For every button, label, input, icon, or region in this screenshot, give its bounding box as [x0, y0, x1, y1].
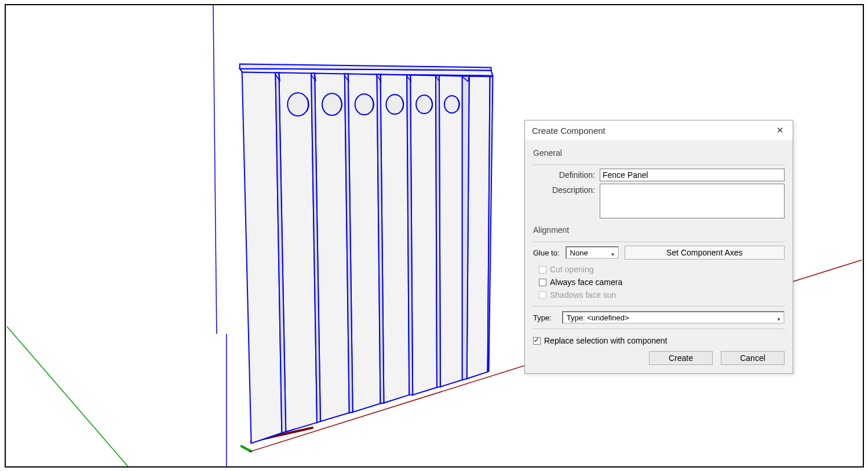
section-general-label: General	[533, 146, 785, 161]
always-face-camera-checkbox[interactable]	[539, 279, 546, 286]
type-dropdown[interactable]: Type: <undefined>	[562, 311, 785, 324]
section-alignment-label: Alignment	[533, 223, 785, 238]
svg-point-33	[355, 94, 374, 115]
cancel-button[interactable]: Cancel	[721, 351, 785, 365]
svg-line-2	[7, 326, 128, 466]
shadows-face-sun-checkbox	[539, 291, 546, 299]
replace-selection-checkbox[interactable]	[533, 337, 541, 345]
create-component-dialog: Create Component ✕ General Definition: D…	[524, 120, 793, 374]
description-input[interactable]	[600, 184, 785, 218]
svg-point-32	[322, 93, 342, 115]
svg-marker-28	[436, 75, 440, 387]
svg-marker-7	[240, 64, 491, 70]
glue-to-dropdown[interactable]: None	[566, 246, 619, 259]
definition-label: Definition:	[533, 169, 600, 180]
svg-line-0	[213, 5, 217, 334]
dialog-title-text: Create Component	[532, 126, 606, 136]
svg-point-36	[444, 96, 459, 113]
svg-line-3	[242, 446, 251, 451]
create-button[interactable]: Create	[649, 351, 713, 365]
svg-marker-8	[242, 72, 282, 443]
svg-point-31	[287, 93, 308, 116]
type-label: Type:	[533, 313, 552, 322]
svg-marker-12	[380, 74, 409, 403]
svg-marker-13	[410, 75, 437, 395]
set-component-axes-button[interactable]: Set Component Axes	[625, 246, 785, 260]
svg-point-35	[416, 95, 432, 114]
glue-to-label: Glue to:	[533, 249, 560, 257]
description-label: Description:	[533, 184, 600, 195]
cut-opening-checkbox	[539, 266, 546, 273]
shadows-face-sun-label: Shadows face sun	[550, 290, 616, 300]
dialog-titlebar[interactable]: Create Component ✕	[525, 121, 793, 140]
svg-point-34	[386, 94, 403, 114]
svg-marker-11	[348, 74, 381, 412]
svg-marker-14	[439, 75, 462, 386]
definition-input[interactable]	[600, 169, 785, 181]
replace-selection-label: Replace selection with component	[544, 336, 667, 345]
close-icon[interactable]: ✕	[774, 125, 786, 136]
cut-opening-label: Cut opening	[550, 265, 594, 274]
svg-marker-15	[467, 76, 490, 378]
always-face-camera-label: Always face camera	[550, 278, 622, 287]
